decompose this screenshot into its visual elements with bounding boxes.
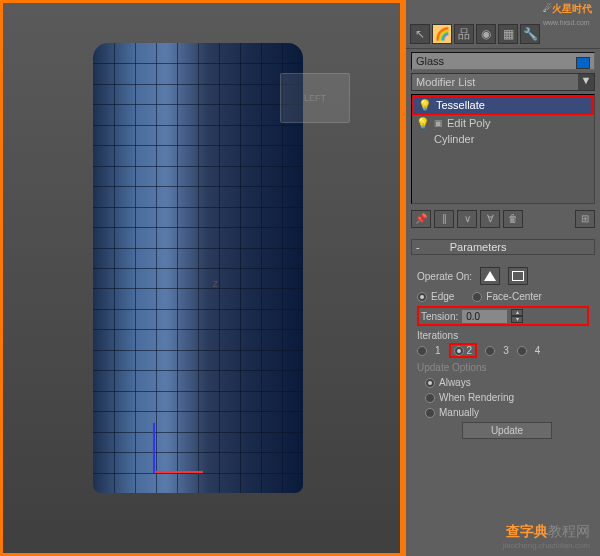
stack-item-editpoly[interactable]: 💡 ▣ Edit Poly: [412, 115, 594, 131]
display-tab-icon[interactable]: ▦: [498, 24, 518, 44]
transform-gizmo[interactable]: [153, 413, 213, 473]
stack-item-label: Tessellate: [436, 99, 485, 111]
rollout-title: Parameters: [450, 241, 507, 253]
object-color-swatch[interactable]: [576, 57, 590, 69]
always-radio[interactable]: [425, 378, 435, 388]
remove-modifier-icon[interactable]: ∀: [480, 210, 500, 228]
dropdown-arrow-icon[interactable]: ▼: [578, 74, 594, 90]
iterations-group: Iterations 1 2 3 4: [417, 330, 589, 358]
object-name-field[interactable]: Glass: [411, 52, 595, 70]
motion-tab-icon[interactable]: ◉: [476, 24, 496, 44]
whenrender-label: When Rendering: [439, 392, 514, 403]
configure-icon[interactable]: ⊞: [575, 210, 595, 228]
viewcube-label: LEFT: [304, 93, 326, 103]
edge-facecenter-row: Edge Face-Center: [417, 291, 589, 302]
visibility-bulb-icon[interactable]: 💡: [416, 117, 428, 129]
create-tab-icon[interactable]: ↖: [410, 24, 430, 44]
utilities-tab-icon[interactable]: 🔧: [520, 24, 540, 44]
logo-icon: ☄: [543, 3, 552, 14]
modify-tab-icon[interactable]: 🌈: [432, 24, 452, 44]
parameters-rollout-body: Operate On: Edge Face-Center Tension: 0.…: [411, 257, 595, 447]
show-end-result-icon[interactable]: ‖: [434, 210, 454, 228]
watermark: 查字典教程网 jiaocheng.chazidian.com: [502, 522, 590, 550]
operate-on-row: Operate On:: [417, 267, 589, 285]
tension-value: 0.0: [466, 311, 480, 322]
logo-text: 火星时代: [552, 3, 592, 14]
watermark-text1: 查字典: [506, 523, 548, 539]
stack-item-cylinder[interactable]: Cylinder: [412, 131, 594, 147]
tension-label: Tension:: [421, 311, 458, 322]
whenrender-radio[interactable]: [425, 393, 435, 403]
operate-polygon-button[interactable]: [508, 267, 528, 285]
modifier-stack[interactable]: 💡 Tessellate 💡 ▣ Edit Poly Cylinder: [411, 94, 595, 204]
iter-1-radio[interactable]: [417, 346, 427, 356]
update-button[interactable]: Update: [462, 422, 552, 439]
iter-4-radio[interactable]: [517, 346, 527, 356]
axis-x[interactable]: [153, 471, 203, 473]
spinner-down-icon[interactable]: ▾: [511, 316, 523, 323]
logo-watermark: ☄火星时代 www.hxsd.com: [543, 2, 592, 27]
edge-radio[interactable]: [417, 292, 427, 302]
visibility-bulb-icon[interactable]: 💡: [418, 99, 430, 111]
stack-toolbar: 📌 ‖ ∨ ∀ 🗑 ⊞: [411, 207, 595, 231]
viewcube[interactable]: LEFT: [280, 73, 350, 123]
watermark-url: jiaocheng.chazidian.com: [502, 541, 590, 550]
edge-label: Edge: [431, 291, 454, 302]
iter-3-label: 3: [503, 345, 509, 356]
spinner-up-icon[interactable]: ▴: [511, 309, 523, 316]
viewport-3d[interactable]: LEFT z: [0, 0, 403, 556]
wireframe-line: [219, 43, 220, 493]
stack-item-tessellate[interactable]: 💡 Tessellate: [412, 95, 594, 115]
stack-item-label: Edit Poly: [447, 117, 490, 129]
axis-z-label: z: [213, 278, 218, 289]
tension-spinner[interactable]: 0.0: [462, 310, 507, 323]
parameters-rollout-header[interactable]: - Parameters: [411, 239, 595, 255]
always-row: Always: [425, 377, 589, 388]
always-label: Always: [439, 377, 471, 388]
iter-2-highlight: 2: [449, 343, 478, 358]
make-unique-icon[interactable]: ∨: [457, 210, 477, 228]
pin-stack-icon[interactable]: 📌: [411, 210, 431, 228]
collapse-icon[interactable]: -: [416, 241, 420, 253]
spacer: [526, 210, 572, 228]
tension-row: Tension: 0.0 ▴ ▾: [417, 306, 589, 326]
axis-z[interactable]: [153, 423, 155, 473]
manually-radio[interactable]: [425, 408, 435, 418]
iter-4-label: 4: [535, 345, 541, 356]
operate-triangle-button[interactable]: [480, 267, 500, 285]
wireframe-line: [114, 43, 115, 493]
manually-row: Manually: [425, 407, 589, 418]
whenrender-row: When Rendering: [425, 392, 589, 403]
iter-2-radio[interactable]: [454, 346, 464, 356]
modifier-list-dropdown[interactable]: Modifier List ▼: [411, 73, 595, 91]
iter-2-label: 2: [467, 345, 473, 356]
hierarchy-tab-icon[interactable]: 品: [454, 24, 474, 44]
object-name-text: Glass: [416, 55, 444, 67]
iterations-radios: 1 2 3 4: [417, 343, 589, 358]
update-button-label: Update: [491, 425, 523, 436]
configure-sets-icon[interactable]: 🗑: [503, 210, 523, 228]
expand-icon[interactable]: ▣: [434, 118, 443, 128]
facecenter-radio[interactable]: [472, 292, 482, 302]
watermark-text2: 教程网: [548, 523, 590, 539]
update-options-group: Always When Rendering Manually Update: [425, 377, 589, 439]
wireframe-line: [261, 43, 262, 493]
command-panel: ☄火星时代 www.hxsd.com ↖ 🌈 品 ◉ ▦ 🔧 Glass Mod…: [403, 0, 600, 556]
stack-item-label: Cylinder: [434, 133, 474, 145]
facecenter-label: Face-Center: [486, 291, 542, 302]
iterations-label: Iterations: [417, 330, 589, 341]
manually-label: Manually: [439, 407, 479, 418]
modifier-list-label: Modifier List: [416, 76, 475, 88]
logo-url: www.hxsd.com: [543, 19, 590, 26]
operate-on-label: Operate On:: [417, 271, 472, 282]
update-options-label: Update Options: [417, 362, 589, 373]
wireframe-line: [135, 43, 136, 493]
iter-3-radio[interactable]: [485, 346, 495, 356]
spinner-buttons: ▴ ▾: [511, 309, 523, 323]
wireframe-line: [240, 43, 241, 493]
iter-1-label: 1: [435, 345, 441, 356]
